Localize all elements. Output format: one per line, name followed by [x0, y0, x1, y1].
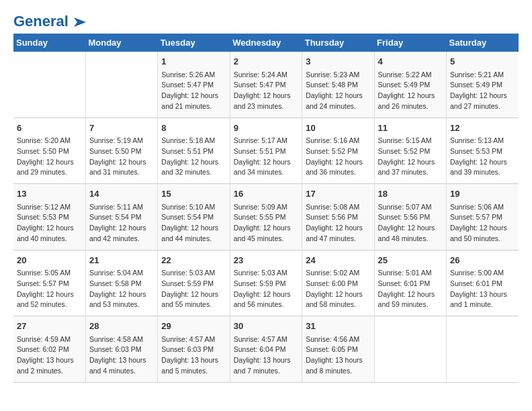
day-info: Sunset: 5:57 PM [17, 279, 82, 289]
calendar-cell: 22Sunrise: 5:03 AMSunset: 5:59 PMDayligh… [158, 250, 230, 316]
day-number: 10 [306, 122, 370, 135]
day-info: Sunset: 5:48 PM [306, 80, 370, 91]
weekday-header: Monday [85, 34, 157, 52]
calendar-cell: 3Sunrise: 5:23 AMSunset: 5:48 PMDaylight… [302, 52, 374, 118]
day-number: 29 [161, 320, 226, 333]
calendar-cell: 24Sunrise: 5:02 AMSunset: 6:00 PMDayligh… [302, 250, 374, 316]
day-info: Daylight: 13 hours and 4 minutes. [89, 355, 154, 377]
day-number: 1 [161, 55, 226, 68]
day-info: Daylight: 12 hours and 58 minutes. [306, 289, 370, 311]
day-info: Sunset: 6:03 PM [89, 345, 154, 355]
day-number: 7 [89, 122, 154, 135]
calendar-cell: 25Sunrise: 5:01 AMSunset: 6:01 PMDayligh… [374, 250, 446, 316]
calendar-cell: 11Sunrise: 5:15 AMSunset: 5:52 PMDayligh… [374, 118, 446, 184]
calendar-cell: 9Sunrise: 5:17 AMSunset: 5:51 PMDaylight… [230, 118, 302, 184]
day-info: Daylight: 12 hours and 34 minutes. [234, 157, 298, 179]
calendar-week-row: 1Sunrise: 5:26 AMSunset: 5:47 PMDaylight… [13, 52, 519, 118]
day-info: Daylight: 12 hours and 50 minutes. [450, 223, 515, 244]
weekday-header: Saturday [447, 34, 519, 52]
day-info: Daylight: 12 hours and 37 minutes. [378, 157, 443, 179]
page-header: General [13, 13, 519, 27]
day-info: Sunrise: 4:58 AM [89, 334, 154, 345]
day-info: Sunrise: 5:05 AM [17, 268, 82, 279]
calendar-cell [374, 316, 446, 383]
day-info: Daylight: 12 hours and 53 minutes. [89, 289, 154, 311]
day-info: Sunset: 5:49 PM [378, 80, 443, 91]
day-number: 31 [306, 320, 370, 333]
day-info: Sunrise: 5:06 AM [450, 202, 515, 213]
day-info: Sunset: 5:53 PM [17, 212, 82, 223]
day-info: Sunrise: 5:01 AM [378, 268, 443, 279]
day-info: Daylight: 12 hours and 56 minutes. [234, 289, 298, 311]
day-info: Sunset: 6:02 PM [17, 345, 82, 355]
day-info: Daylight: 12 hours and 39 minutes. [450, 157, 515, 179]
day-number: 5 [450, 55, 515, 68]
day-info: Daylight: 12 hours and 23 minutes. [234, 91, 298, 112]
calendar-cell: 16Sunrise: 5:09 AMSunset: 5:55 PMDayligh… [230, 184, 302, 250]
calendar-cell [447, 316, 519, 383]
day-info: Sunset: 6:01 PM [378, 279, 443, 289]
day-number: 24 [306, 254, 370, 267]
day-number: 6 [17, 122, 82, 135]
day-info: Sunrise: 5:19 AM [89, 136, 154, 146]
logo-general: General [13, 13, 69, 30]
calendar-cell [13, 52, 85, 118]
day-number: 25 [378, 254, 443, 267]
calendar-cell: 31Sunrise: 4:56 AMSunset: 6:05 PMDayligh… [302, 316, 374, 383]
calendar-cell: 20Sunrise: 5:05 AMSunset: 5:57 PMDayligh… [13, 250, 85, 316]
day-info: Daylight: 12 hours and 26 minutes. [378, 91, 443, 112]
day-info: Sunset: 5:47 PM [161, 80, 226, 91]
weekday-header: Sunday [13, 34, 85, 52]
calendar-week-row: 13Sunrise: 5:12 AMSunset: 5:53 PMDayligh… [13, 184, 519, 250]
weekday-header: Friday [374, 34, 446, 52]
day-info: Sunrise: 5:15 AM [378, 136, 443, 146]
day-info: Sunset: 6:04 PM [234, 345, 298, 355]
day-info: Sunrise: 5:11 AM [89, 202, 154, 213]
day-info: Daylight: 13 hours and 5 minutes. [161, 355, 226, 377]
day-info: Sunset: 5:55 PM [234, 212, 298, 223]
day-info: Sunrise: 5:09 AM [234, 202, 298, 213]
day-number: 21 [89, 254, 154, 267]
day-info: Sunrise: 5:18 AM [161, 136, 226, 146]
calendar-cell: 5Sunrise: 5:21 AMSunset: 5:49 PMDaylight… [447, 52, 519, 118]
day-info: Sunrise: 5:03 AM [234, 268, 298, 279]
day-number: 14 [89, 187, 154, 201]
day-number: 17 [306, 187, 370, 201]
day-info: Sunset: 5:57 PM [450, 212, 515, 223]
day-info: Sunset: 6:03 PM [161, 345, 226, 355]
weekday-header: Thursday [302, 34, 374, 52]
day-number: 15 [161, 187, 226, 201]
day-number: 13 [17, 187, 82, 201]
calendar-week-row: 20Sunrise: 5:05 AMSunset: 5:57 PMDayligh… [13, 250, 519, 316]
calendar-cell: 10Sunrise: 5:16 AMSunset: 5:52 PMDayligh… [302, 118, 374, 184]
day-info: Sunset: 6:05 PM [306, 345, 370, 355]
day-info: Sunrise: 5:12 AM [17, 202, 82, 213]
calendar-cell: 29Sunrise: 4:57 AMSunset: 6:03 PMDayligh… [158, 316, 230, 383]
day-info: Daylight: 12 hours and 40 minutes. [17, 223, 82, 244]
day-info: Daylight: 12 hours and 42 minutes. [89, 223, 154, 244]
calendar-cell: 14Sunrise: 5:11 AMSunset: 5:54 PMDayligh… [85, 184, 157, 250]
day-info: Sunrise: 5:02 AM [306, 268, 370, 279]
weekday-header: Tuesday [158, 34, 230, 52]
day-number: 28 [89, 320, 154, 333]
day-info: Sunrise: 4:57 AM [161, 334, 226, 345]
day-info: Sunrise: 4:56 AM [306, 334, 370, 345]
day-info: Daylight: 13 hours and 1 minute. [450, 289, 515, 311]
day-info: Sunrise: 5:07 AM [378, 202, 443, 213]
day-info: Sunrise: 4:59 AM [17, 334, 82, 345]
logo-arrow-icon [74, 17, 86, 27]
day-info: Sunrise: 5:20 AM [17, 136, 82, 146]
day-number: 9 [234, 122, 298, 135]
logo-text: General [13, 13, 86, 30]
day-number: 12 [450, 122, 515, 135]
calendar-cell: 21Sunrise: 5:04 AMSunset: 5:58 PMDayligh… [85, 250, 157, 316]
day-info: Sunset: 6:01 PM [450, 279, 515, 289]
day-info: Daylight: 13 hours and 7 minutes. [234, 355, 298, 377]
day-number: 2 [234, 55, 298, 68]
calendar-cell: 15Sunrise: 5:10 AMSunset: 5:54 PMDayligh… [158, 184, 230, 250]
day-info: Daylight: 12 hours and 27 minutes. [450, 91, 515, 112]
day-info: Sunset: 5:51 PM [234, 146, 298, 157]
day-info: Sunrise: 5:22 AM [378, 70, 443, 81]
day-number: 8 [161, 122, 226, 135]
day-info: Sunset: 5:56 PM [306, 212, 370, 223]
